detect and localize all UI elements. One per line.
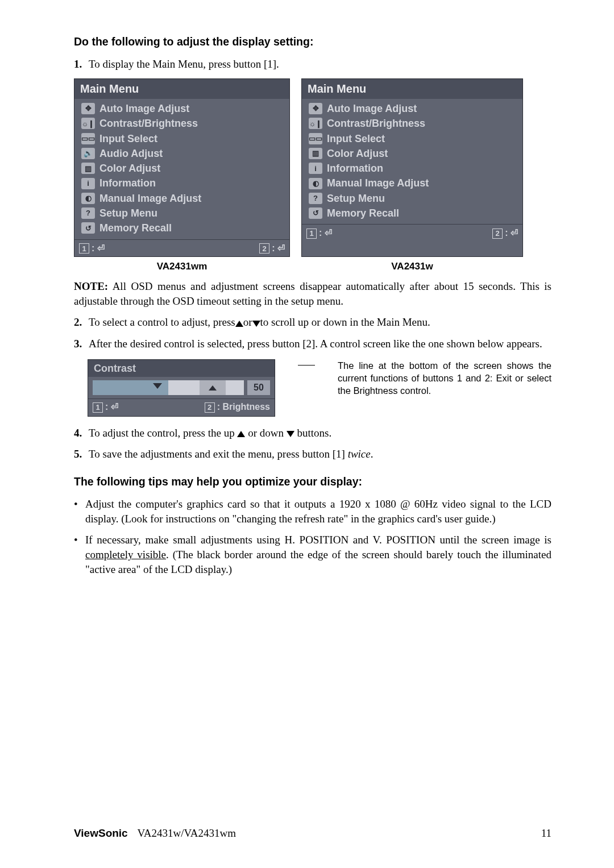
manual-icon: ◐ bbox=[309, 178, 322, 189]
menu-item-auto-image: ✥Auto Image Adjust bbox=[81, 101, 285, 116]
page-footer: ViewSonic VA2431w/VA2431wm 11 bbox=[74, 826, 551, 841]
menu-footer-left: 1: ⏎ 2: ⏎ bbox=[74, 239, 289, 257]
step-4-b: or down bbox=[245, 427, 286, 439]
key-2-badge: 2 bbox=[259, 243, 269, 254]
step-5-num: 5. bbox=[74, 447, 89, 462]
menu-item-info: iInformation bbox=[81, 176, 285, 190]
tip-1-text: Adjust the computer's graphics card so t… bbox=[85, 497, 551, 526]
input-icon: ▭▭ bbox=[81, 133, 95, 144]
main-menu-title-right: Main Menu bbox=[302, 79, 522, 99]
page-number: 11 bbox=[541, 826, 551, 841]
step-4-num: 4. bbox=[74, 426, 89, 441]
note-paragraph: NOTE: All OSD menus and adjustment scree… bbox=[74, 279, 551, 308]
step-4-c: buttons. bbox=[294, 427, 331, 439]
key-1-badge: 1 bbox=[306, 229, 317, 239]
contrast-footer: 1: ⏎ 2: Brightness bbox=[88, 398, 275, 416]
key-2-badge: 2 bbox=[205, 402, 215, 413]
captions-row: VA2431wm VA2431w bbox=[74, 260, 551, 273]
contrast-title: Contrast bbox=[88, 360, 275, 377]
step-2-a: To select a control to adjust, press bbox=[89, 316, 235, 328]
menu-label: Input Select bbox=[99, 132, 157, 146]
audio-icon: 🔊 bbox=[81, 148, 95, 159]
tip-2-underline: completely visible bbox=[85, 549, 166, 560]
step-2-num: 2. bbox=[74, 315, 89, 330]
step-1: 1. To display the Main Menu, press butto… bbox=[74, 57, 551, 72]
menu-label: Information bbox=[99, 176, 156, 190]
contrast-side-note: The line at the bottom of the screen sho… bbox=[338, 359, 551, 417]
menu-label: Color Adjust bbox=[99, 161, 160, 175]
main-menu-title-left: Main Menu bbox=[74, 79, 289, 99]
menu-label: Information bbox=[327, 161, 383, 175]
menu-label: Memory Recall bbox=[327, 206, 399, 220]
question-icon: ? bbox=[309, 193, 322, 204]
menu-label: Input Select bbox=[327, 132, 385, 146]
step-5: 5. To save the adjustments and exit the … bbox=[74, 447, 551, 462]
step-2-b: or bbox=[243, 316, 252, 328]
recall-icon: ↺ bbox=[81, 222, 95, 234]
menu-item-manual: ◐Manual Image Adjust bbox=[81, 191, 285, 206]
menu-item-info: iInformation bbox=[309, 161, 518, 176]
menu-label: Setup Menu bbox=[327, 192, 385, 205]
slider-down-arrow-icon bbox=[153, 383, 162, 389]
slider-up-arrow-icon bbox=[209, 385, 217, 391]
footer-model: VA2431w/VA2431wm bbox=[137, 827, 236, 839]
menu-item-contrast: ☼❙Contrast/Brightness bbox=[309, 116, 518, 131]
contrast-example-row: Contrast 50 1: ⏎ 2: Brightness The line … bbox=[74, 359, 551, 417]
key-1-badge: 1 bbox=[93, 402, 103, 413]
target-icon: ✥ bbox=[309, 103, 322, 114]
menu-label: Manual Image Adjust bbox=[327, 176, 429, 190]
menu-label: Auto Image Adjust bbox=[327, 102, 417, 115]
step-3: 3. After the desired control is selected… bbox=[74, 337, 551, 351]
menu-item-contrast: ☼❙Contrast/Brightness bbox=[81, 116, 285, 131]
heading-tips: The following tips may help you optimize… bbox=[74, 474, 551, 489]
menu-item-auto-image: ✥Auto Image Adjust bbox=[309, 101, 518, 116]
step-1-text: To display the Main Menu, press button [… bbox=[89, 57, 551, 72]
down-arrow-icon bbox=[287, 431, 294, 437]
info-icon: i bbox=[309, 163, 322, 174]
tip-2-a: If necessary, make small adjustments usi… bbox=[85, 534, 551, 546]
menu-label: Setup Menu bbox=[99, 206, 157, 220]
tip-2: • If necessary, make small adjustments u… bbox=[74, 533, 551, 576]
color-icon: ▥ bbox=[81, 163, 95, 174]
menu-label: Memory Recall bbox=[99, 221, 172, 235]
main-menu-panel-left: Main Menu ✥Auto Image Adjust ☼❙Contrast/… bbox=[74, 78, 290, 257]
recall-icon: ↺ bbox=[309, 207, 322, 219]
step-4-a: To adjust the control, press the up bbox=[89, 427, 237, 439]
heading-adjust-display: Do the following to adjust the display s… bbox=[74, 34, 551, 49]
menu-label: Manual Image Adjust bbox=[99, 192, 201, 205]
step-2-c: to scroll up or down in the Main Menu. bbox=[260, 316, 430, 328]
step-3-num: 3. bbox=[74, 337, 89, 351]
step-1-num: 1. bbox=[74, 57, 89, 72]
tip-1: • Adjust the computer's graphics card so… bbox=[74, 497, 551, 526]
brightness-icon: ☼❙ bbox=[81, 118, 95, 129]
menu-item-memory: ↺Memory Recall bbox=[309, 206, 518, 221]
menu-label: Auto Image Adjust bbox=[99, 102, 189, 115]
menu-item-input: ▭▭Input Select bbox=[81, 131, 285, 146]
bullet-dot: • bbox=[74, 533, 85, 576]
note-label: NOTE: bbox=[74, 280, 108, 292]
step-5-twice: twice bbox=[348, 448, 371, 460]
menu-label: Contrast/Brightness bbox=[327, 117, 425, 130]
up-arrow-icon bbox=[237, 431, 245, 437]
step-2: 2. To select a control to adjust, presso… bbox=[74, 315, 551, 330]
menu-item-manual: ◐Manual Image Adjust bbox=[309, 176, 518, 190]
step-4: 4. To adjust the control, press the up o… bbox=[74, 426, 551, 441]
contrast-panel: Contrast 50 1: ⏎ 2: Brightness bbox=[88, 359, 275, 417]
step-5-text: To save the adjustments and exit the men… bbox=[89, 447, 551, 462]
manual-icon: ◐ bbox=[81, 193, 95, 204]
step-5-a: To save the adjustments and exit the men… bbox=[89, 448, 348, 460]
key-1-badge: 1 bbox=[79, 243, 89, 254]
input-icon: ▭▭ bbox=[309, 133, 322, 144]
contrast-slider-row: 50 bbox=[88, 377, 275, 398]
contrast-slider bbox=[93, 380, 244, 395]
menu-item-setup: ?Setup Menu bbox=[309, 191, 518, 206]
down-arrow-icon bbox=[252, 321, 260, 327]
contrast-footer-label: : Brightness bbox=[217, 402, 270, 412]
slider-up-box bbox=[200, 380, 226, 395]
menu-item-input: ▭▭Input Select bbox=[309, 131, 518, 146]
up-arrow-icon bbox=[235, 321, 243, 327]
footer-brand: ViewSonic bbox=[74, 827, 128, 839]
bullet-dot: • bbox=[74, 497, 85, 526]
contrast-value: 50 bbox=[247, 380, 270, 395]
menu-item-color: ▥Color Adjust bbox=[309, 146, 518, 161]
